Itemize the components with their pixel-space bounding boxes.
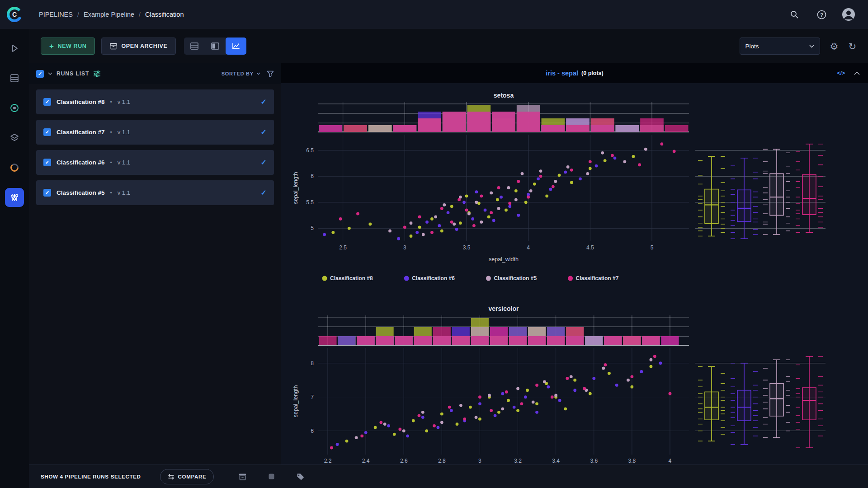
donut-icon	[9, 163, 19, 173]
bullet-icon: •	[110, 160, 112, 166]
compare-button[interactable]: COMPARE	[160, 469, 214, 484]
svg-text:3.8: 3.8	[628, 458, 636, 464]
plot-group-title: iris - sepal	[546, 70, 578, 77]
breadcrumb-separator: /	[139, 11, 141, 18]
chevron-up-icon[interactable]	[854, 71, 860, 75]
table-view-icon	[190, 42, 198, 50]
open-archive-button[interactable]: OPEN ARCHIVE	[101, 38, 176, 55]
grid-icon	[9, 73, 19, 83]
pipelines-icon	[9, 192, 19, 202]
bullet-icon: •	[110, 129, 112, 136]
y-axis-label: sepal_length	[292, 172, 299, 204]
run-checkbox[interactable]: ✓	[43, 98, 51, 106]
plot-card-setosa[interactable]: setosa2.533.544.5555.566.5sepal_widthsep…	[281, 89, 868, 291]
run-checkbox[interactable]: ✓	[43, 189, 51, 197]
tune-filters-icon[interactable]	[93, 70, 101, 77]
legend-item[interactable]: Classification #6	[404, 275, 455, 282]
svg-text:?: ?	[820, 12, 823, 18]
run-name[interactable]: Classification #6	[57, 159, 105, 166]
sidebar-item-pipelines[interactable]	[5, 188, 24, 207]
sidebar-item-projects[interactable]	[5, 69, 24, 88]
plots-scroll-region[interactable]: setosa2.533.544.5555.566.5sepal_widthsep…	[281, 83, 868, 465]
svg-text:3.2: 3.2	[514, 458, 522, 464]
svg-text:5: 5	[651, 244, 654, 251]
svg-text:5: 5	[311, 225, 314, 231]
runs-header-actions: SORTED BY	[222, 70, 274, 77]
metric-type-value: Plots	[745, 43, 759, 50]
run-name[interactable]: Classification #5	[57, 189, 105, 196]
archive-action-icon[interactable]	[236, 470, 249, 483]
legend-item[interactable]: Classification #5	[486, 275, 537, 282]
abort-action-icon[interactable]	[264, 470, 278, 483]
target-icon	[9, 103, 19, 113]
svg-text:6.5: 6.5	[306, 147, 314, 154]
run-version: v 1.1	[118, 99, 130, 105]
breadcrumb-separator: /	[77, 11, 79, 18]
run-selected-check-icon: ✓	[261, 188, 267, 197]
plot-versicolor[interactable]: versicolor2.22.42.62.833.23.43.63.84678s…	[281, 303, 868, 465]
filter-funnel-icon[interactable]	[267, 70, 274, 77]
run-name[interactable]: Classification #7	[57, 129, 105, 136]
svg-text:Classification #7: Classification #7	[576, 275, 619, 282]
run-row[interactable]: ✓ Classification #7 • v 1.1 ✓	[36, 120, 274, 145]
auto-refresh-icon[interactable]: ↻	[848, 42, 856, 51]
top-header: C PIPELINES / Example Pipeline / Classif…	[0, 0, 868, 29]
plots-area: iris - sepal (0 plots) </> setosa2.533.5…	[281, 63, 868, 465]
legend-item[interactable]: Classification #7	[568, 275, 619, 282]
search-icon[interactable]	[787, 7, 802, 22]
view-split-button[interactable]	[205, 38, 226, 55]
plot-header-actions: </>	[837, 63, 860, 83]
plot-group-count: (0 plots)	[581, 70, 604, 76]
selected-runs-label[interactable]: SHOW 4 PIPELINE RUNS SELECTED	[41, 474, 141, 479]
profile-avatar[interactable]	[841, 7, 856, 22]
tag-action-icon[interactable]	[293, 470, 307, 483]
plot-title: setosa	[494, 92, 514, 99]
split-view-icon	[211, 42, 219, 50]
run-version: v 1.1	[118, 129, 130, 136]
footer-bulk-actions	[236, 470, 307, 483]
embed-code-icon[interactable]: </>	[837, 70, 845, 76]
run-checkbox[interactable]: ✓	[43, 128, 51, 136]
breadcrumb-project[interactable]: Example Pipeline	[84, 11, 134, 18]
chevron-down-icon	[809, 45, 814, 48]
select-all-caret-icon[interactable]	[48, 72, 52, 75]
sidebar-item-workers[interactable]	[5, 158, 24, 177]
layers-icon	[9, 133, 19, 143]
sidebar-item-datasets[interactable]	[5, 99, 24, 117]
sorted-by-label: SORTED BY	[222, 71, 254, 76]
plus-icon: +	[49, 42, 54, 50]
svg-text:3.5: 3.5	[463, 244, 471, 251]
run-row[interactable]: ✓ Classification #5 • v 1.1 ✓	[36, 180, 274, 205]
runs-panel: ✓ RUNS LIST SORTED BY ✓ Classification #…	[29, 63, 281, 465]
metric-type-dropdown[interactable]: Plots	[740, 38, 820, 55]
run-row[interactable]: ✓ Classification #8 • v 1.1 ✓	[36, 89, 274, 114]
open-archive-label: OPEN ARCHIVE	[121, 43, 167, 49]
selection-footer: SHOW 4 PIPELINE RUNS SELECTED COMPARE	[29, 465, 868, 488]
sorted-by-dropdown[interactable]: SORTED BY	[222, 71, 260, 76]
y-axis-label: sepal_length	[292, 385, 299, 418]
run-version: v 1.1	[118, 159, 130, 166]
run-row[interactable]: ✓ Classification #6 • v 1.1 ✓	[36, 150, 274, 175]
view-table-button[interactable]	[184, 38, 205, 55]
breadcrumb: PIPELINES / Example Pipeline / Classific…	[39, 11, 184, 18]
help-icon[interactable]: ?	[814, 7, 829, 22]
sidebar-item-dashboard[interactable]	[5, 39, 24, 58]
left-sidebar	[0, 29, 29, 488]
legend-item[interactable]: Classification #8	[322, 275, 373, 282]
svg-text:C: C	[12, 11, 17, 18]
new-run-button[interactable]: + NEW RUN	[41, 38, 95, 55]
sidebar-item-models[interactable]	[5, 128, 24, 147]
select-all-checkbox[interactable]: ✓	[36, 70, 44, 78]
run-selected-check-icon: ✓	[261, 98, 267, 106]
view-plots-button[interactable]	[226, 38, 246, 55]
svg-text:2.2: 2.2	[324, 458, 332, 464]
settings-gear-icon[interactable]: ⚙	[830, 42, 839, 51]
clearml-logo[interactable]: C	[0, 6, 29, 23]
plot-card-versicolor[interactable]: versicolor2.22.42.62.833.23.43.63.84678s…	[281, 303, 868, 465]
run-checkbox[interactable]: ✓	[43, 159, 51, 166]
svg-text:8: 8	[311, 360, 314, 366]
plot-setosa[interactable]: setosa2.533.544.5555.566.5sepal_widthsep…	[281, 89, 868, 291]
breadcrumb-pipelines[interactable]: PIPELINES	[39, 11, 73, 18]
toolbar-right: Plots ⚙ ↻	[740, 38, 856, 55]
run-name[interactable]: Classification #8	[57, 99, 105, 105]
